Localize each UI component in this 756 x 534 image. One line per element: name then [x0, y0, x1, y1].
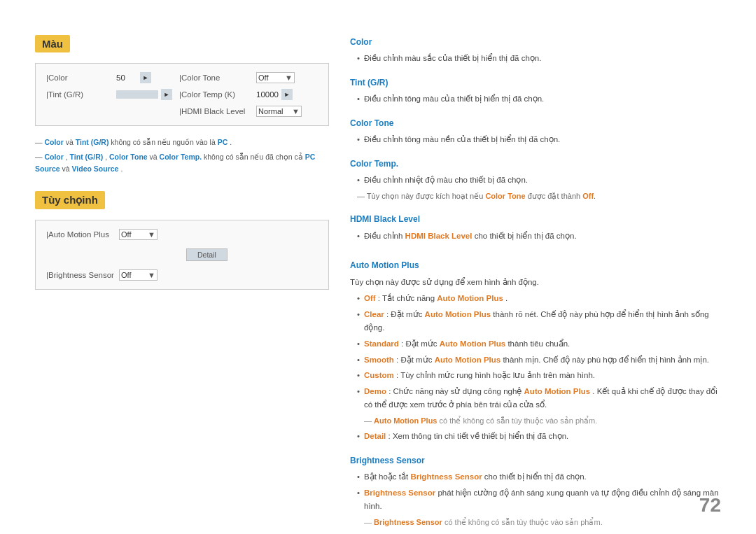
- detail-bullet: Detail : Xem thông tin chi tiết về thiết…: [357, 430, 721, 444]
- color-temp-value-box: 10000 ►: [256, 89, 293, 100]
- auto-motion-value: Off: [121, 230, 131, 239]
- colortemp-note: — Tùy chọn này được kích hoạt nếu Color …: [350, 190, 721, 203]
- tint-bar: [116, 90, 158, 99]
- color-tone-dropdown[interactable]: Off ▼: [256, 72, 295, 83]
- tuy-chon-section: Tùy chọinh |Auto Motion Plus Off ▼ Detai…: [35, 191, 329, 290]
- right-colortone-body: Điều chỉnh tông màu nền của thiết bị hiể…: [350, 133, 721, 147]
- mau-notes: — Color và Tint (G/R) không có sẵn nếu n…: [35, 136, 329, 174]
- note1-color: Color: [44, 138, 63, 146]
- tint-bullet: Điều chỉnh tông màu của thiết bị hiển th…: [357, 92, 721, 106]
- brightness-bullet1: Bật hoặc tắt Brightness Sensor cho thiết…: [357, 470, 721, 484]
- brightness-sensor-row: |Brightness Sensor Off ▼: [46, 269, 318, 281]
- detail-button[interactable]: Detail: [186, 248, 227, 261]
- tint-row: |Tint (G/R) ►: [46, 89, 172, 100]
- auto-motion-arrow: ▼: [148, 230, 155, 239]
- right-brightness-title: Brightness Sensor: [350, 454, 721, 468]
- color-tone-value: Off: [258, 73, 268, 82]
- hdmi-black-label: |HDMI Black Level: [179, 107, 256, 115]
- color-tone-label: |Color Tone: [179, 73, 256, 82]
- left-column: Màu |Color 50 ►: [35, 35, 329, 534]
- color-tone-row: |Color Tone Off ▼: [179, 72, 318, 83]
- hdmi-black-arrow: ▼: [292, 107, 300, 115]
- colortemp-bullet: Điều chỉnh nhiệt độ màu cho thiết bị đã …: [357, 174, 721, 188]
- colortone-ref: Color Tone: [485, 192, 525, 200]
- note2-temp: Color Temp.: [160, 153, 202, 161]
- brightness-bullet2: Brightness Sensor phát hiện cường độ ánh…: [357, 486, 721, 514]
- right-column: Color Điều chỉnh màu sắc của thiết bị hi…: [350, 35, 721, 534]
- tint-arrow-btn[interactable]: ►: [161, 89, 172, 100]
- automotion-note: — Auto Motion Plus có thể không có sẵn t…: [350, 414, 721, 428]
- brightness-note: — Brightness Sensor có thể không có sẵn …: [350, 516, 721, 529]
- color-settings-box: |Color 50 ► |Tint (G/R) ►: [35, 63, 329, 126]
- hdmi-bullet: Điều chỉnh HDMI Black Level cho thiết bị…: [357, 230, 721, 244]
- automotion-demo: Demo : Chức năng này sử dụng công nghệ A…: [357, 385, 721, 412]
- color-temp-arrow-btn[interactable]: ►: [281, 89, 293, 100]
- color-label: |Color: [46, 73, 116, 82]
- right-brightness-body: Bật hoặc tắt Brightness Sensor cho thiết…: [350, 470, 721, 528]
- automotion-standard: Standard : Đặt mức Auto Motion Plus thàn…: [357, 337, 721, 351]
- page-number: 72: [699, 494, 721, 517]
- right-automotion-title: Auto Motion Plus: [350, 258, 721, 272]
- color-row: |Color 50 ►: [46, 72, 172, 83]
- brightness-sensor-value: Off: [121, 271, 131, 279]
- brightness-list: Bật hoặc tắt Brightness Sensor cho thiết…: [350, 470, 721, 514]
- right-colortone-title: Color Tone: [350, 116, 721, 130]
- right-tint-body: Điều chỉnh tông màu của thiết bị hiển th…: [350, 92, 721, 106]
- automotion-off: Off : Tắt chức năng Auto Motion Plus .: [357, 292, 721, 306]
- auto-motion-dropdown[interactable]: Off ▼: [119, 229, 158, 240]
- note2-tone: Color Tone: [109, 153, 148, 161]
- detail-btn-container: Detail: [46, 246, 318, 264]
- right-automoion-section: Auto Motion Plus Tùy chọn này được sử dụ…: [350, 258, 721, 444]
- mau-section-header: Màu: [35, 35, 70, 52]
- automotion-clear: Clear : Đặt mức Auto Motion Plus thành r…: [357, 308, 721, 335]
- tint-value-box: ►: [116, 89, 172, 100]
- right-colortemp-section: Color Temp. Điều chỉnh nhiệt độ màu cho …: [350, 157, 721, 203]
- automotion-custom: Custom : Tùy chỉnh mức rung hình hoặc lư…: [357, 369, 721, 383]
- spacer: [350, 253, 721, 258]
- color-arrow-btn[interactable]: ►: [140, 72, 151, 83]
- right-hdmi-title: HDMI Black Level: [350, 212, 721, 226]
- automotion-intro: Tùy chọn này được sử dụng để xem hình ản…: [350, 276, 721, 290]
- right-colortemp-title: Color Temp.: [350, 157, 721, 171]
- auto-motion-row: |Auto Motion Plus Off ▼: [46, 229, 318, 240]
- note1-tint: Tint (G/R): [76, 138, 109, 146]
- right-hdmi-section: HDMI Black Level Điều chỉnh HDMI Black L…: [350, 212, 721, 243]
- hdmi-black-dropdown[interactable]: Normal ▼: [256, 106, 302, 117]
- brightness-sensor-dropdown[interactable]: Off ▼: [119, 269, 158, 281]
- right-automotion-body: Tùy chọn này được sử dụng để xem hình ản…: [350, 276, 721, 444]
- right-brightness-section: Brightness Sensor Bật hoặc tắt Brightnes…: [350, 454, 721, 529]
- right-color-section: Color Điều chỉnh màu sắc của thiết bị hi…: [350, 35, 721, 66]
- note2-color: Color: [44, 153, 63, 161]
- color-temp-row: |Color Temp (K) 10000 ►: [179, 89, 318, 100]
- note1-pc: PC: [218, 138, 228, 146]
- note-1: — Color và Tint (G/R) không có sẵn nếu n…: [35, 136, 329, 148]
- colortone-bullet: Điều chỉnh tông màu nền của thiết bị hiể…: [357, 133, 721, 147]
- auto-motion-label: |Auto Motion Plus: [46, 230, 116, 239]
- hdmi-black-value: Normal: [258, 107, 283, 115]
- color-temp-label: |Color Temp (K): [179, 90, 256, 99]
- section-sep: [35, 177, 329, 191]
- note-2: — Color , Tint (G/R) , Color Tone và Col…: [35, 151, 329, 175]
- right-color-body: Điều chỉnh màu sắc của thiết bị hiển thị…: [350, 52, 721, 66]
- color-value: 50: [116, 73, 137, 82]
- main-content: Màu |Color 50 ►: [35, 35, 721, 534]
- right-tint-title: Tint (G/R): [350, 76, 721, 90]
- right-colortone-section: Color Tone Điều chỉnh tông màu nền của t…: [350, 116, 721, 147]
- automotion-list: Off : Tắt chức năng Auto Motion Plus . C…: [350, 292, 721, 412]
- off-ref: Off: [582, 192, 594, 200]
- color-temp-value: 10000: [256, 90, 279, 99]
- brightness-sensor-arrow: ▼: [148, 271, 155, 279]
- note2-tint: Tint (G/R): [70, 153, 104, 161]
- right-tint-section: Tint (G/R) Điều chỉnh tông màu của thiết…: [350, 76, 721, 106]
- right-colortemp-body: Điều chỉnh nhiệt độ màu cho thiết bị đã …: [350, 174, 721, 202]
- automotion-smooth: Smooth : Đặt mức Auto Motion Plus thành …: [357, 353, 721, 367]
- color-bullet: Điều chỉnh màu sắc của thiết bị hiển thị…: [357, 52, 721, 66]
- hdmi-black-row: |HDMI Black Level Normal ▼: [179, 106, 318, 117]
- hdmi-ref: HDMI Black Level: [405, 232, 472, 240]
- tint-label: |Tint (G/R): [46, 90, 116, 99]
- color-value-box: 50 ►: [116, 72, 151, 83]
- color-tone-arrow: ▼: [285, 73, 293, 82]
- right-color-title: Color: [350, 35, 721, 49]
- note2-videosource: Video Source: [72, 164, 119, 173]
- tuychon-settings-box: |Auto Motion Plus Off ▼ Detail |Brightne…: [35, 220, 329, 290]
